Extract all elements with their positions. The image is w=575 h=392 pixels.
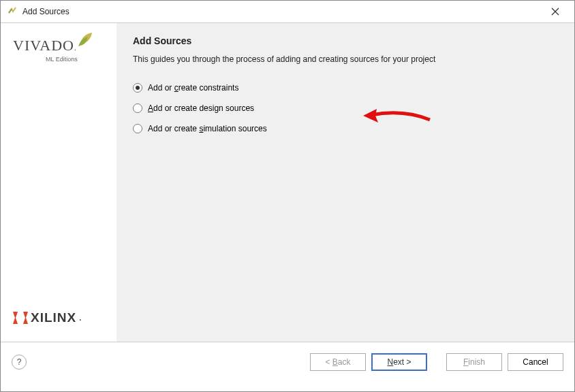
wizard-sidebar: VIVADO. ML Editions XILINX.	[1, 23, 116, 342]
cancel-button[interactable]: Cancel	[508, 353, 563, 371]
xilinx-logo: XILINX.	[13, 310, 116, 325]
page-subtitle: This guides you through the process of a…	[133, 54, 558, 64]
vivado-wordmark: VIVADO	[13, 37, 74, 54]
help-button[interactable]: ?	[12, 355, 27, 370]
radio-label: Add or create simulation sources	[148, 124, 267, 133]
page-heading: Add Sources	[133, 35, 558, 46]
xilinx-wordmark: XILINX	[31, 310, 76, 325]
vivado-leaf-icon	[76, 29, 96, 53]
radio-add-constraints[interactable]: Add or create constraints	[133, 83, 558, 93]
button-label: Cancel	[523, 357, 548, 367]
button-label: < Back	[325, 357, 350, 367]
titlebar: Add Sources	[1, 1, 574, 22]
radio-add-design-sources[interactable]: Add or create design sources	[133, 103, 558, 113]
xilinx-mark-icon	[13, 312, 28, 324]
svg-marker-2	[13, 312, 18, 324]
button-label: Finish	[463, 357, 485, 367]
next-button[interactable]: Next >	[371, 353, 427, 371]
app-icon	[6, 6, 17, 17]
wizard-content: Add Sources This guides you through the …	[116, 23, 574, 342]
radio-label: Add or create constraints	[148, 83, 238, 93]
vivado-logo: VIVADO. ML Editions	[13, 37, 116, 63]
finish-button[interactable]: Finish	[446, 353, 502, 371]
button-label: Next >	[387, 357, 411, 367]
radio-add-simulation-sources[interactable]: Add or create simulation sources	[133, 124, 558, 133]
radio-indicator-icon	[133, 124, 142, 133]
ml-editions-label: ML Editions	[46, 56, 116, 63]
main-area: VIVADO. ML Editions XILINX. Add Sou	[1, 22, 574, 342]
help-icon: ?	[17, 357, 22, 367]
source-type-radio-group: Add or create constraints Add or create …	[133, 83, 558, 133]
back-button[interactable]: < Back	[310, 353, 366, 371]
radio-indicator-icon	[133, 103, 142, 113]
window-title: Add Sources	[22, 7, 542, 16]
radio-label: Add or create design sources	[148, 103, 254, 113]
wizard-footer: ? < Back Next > Finish Cancel	[1, 342, 574, 382]
close-button[interactable]	[542, 2, 569, 21]
radio-indicator-icon	[133, 83, 142, 93]
svg-marker-3	[23, 312, 28, 324]
